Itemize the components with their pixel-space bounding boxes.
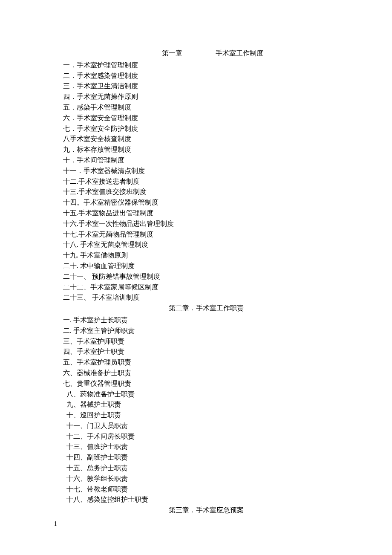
list-item: 十六、教学组长职责: [63, 474, 349, 484]
list-item: 十七.手术室无菌物品管理制度: [63, 229, 349, 240]
list-item: 十八. 手术室无菌桌管理制度: [63, 240, 349, 250]
list-item: 十三.手术室值班交接班制度: [63, 187, 349, 197]
list-item: 二十. 术中输血管理制度: [63, 261, 349, 272]
list-item: 十五、总务护士职责: [63, 463, 349, 474]
list-item: 十六.手术室一次性物品进出管理制度: [63, 219, 349, 229]
list-item: 七．手术室安全防护制度: [63, 124, 349, 134]
chapter-1-name: 手术室工作制度: [216, 49, 263, 57]
chapter-2-name: 第二章．手术室工作职责: [169, 304, 244, 312]
list-item: 十．手术间管理制度: [63, 155, 349, 166]
list-item: 十四、副班护士职责: [63, 452, 349, 463]
list-item: 十七、带教老师职责: [63, 484, 349, 495]
chapter-1-title: 第一章手术室工作制度: [63, 48, 349, 59]
chapter-3-title: 第三章．手术室应急预案: [63, 505, 349, 516]
list-item: 十五.手术室物品进出管理制度: [63, 208, 349, 219]
list-item: 二．手术室感染管理制度: [63, 71, 349, 81]
list-item: 八、药物准备护士职责: [63, 389, 349, 400]
list-item: 十九. 手术室借物原则: [63, 250, 349, 261]
list-item: 二十三、 手术室培训制度: [63, 292, 349, 303]
list-item: 十二、手术间房长职责: [63, 431, 349, 442]
list-item: 六．手术室安全管理制度: [63, 113, 349, 124]
list-item: 十一．手术室器械清点制度: [63, 166, 349, 176]
page-number: 1: [54, 519, 57, 529]
list-item: 六、器械准备护士职责: [63, 368, 349, 379]
list-item: 二十一、 预防差错事故管理制度: [63, 272, 349, 282]
chapter-1-label: 第一章: [162, 49, 182, 57]
list-item: 十八、感染监控组护士职责: [63, 494, 349, 505]
list-item: 十一、门卫人员职责: [63, 421, 349, 431]
list-item: 五．感染手术管理制度: [63, 102, 349, 113]
list-item: 二十二、手术室家属等候区制度: [63, 282, 349, 293]
list-item: 二. 手术室主管护师职责: [63, 326, 349, 336]
list-item: 十三、值班护士职责: [63, 442, 349, 452]
chapter-2-title: 第二章．手术室工作职责: [63, 303, 349, 314]
list-item: 一. 手术室护士长职责: [63, 315, 349, 326]
list-item: 十四。手术室精密仪器保管制度: [63, 197, 349, 208]
list-item: 九．标本存放管理制度: [63, 145, 349, 155]
list-item: 三．手术室卫生清洁制度: [63, 81, 349, 92]
chapter-3-name: 第三章．手术室应急预案: [169, 506, 244, 514]
list-item: 九、器械护士职责: [63, 399, 349, 410]
list-item: 四、手术室护士职责: [63, 347, 349, 357]
list-item: 十、巡回护士职责: [63, 410, 349, 421]
chapter-1-list: 一．手术室护理管理制度 二．手术室感染管理制度 三．手术室卫生清洁制度 四．手术…: [63, 60, 349, 303]
list-item: 一．手术室护理管理制度: [63, 60, 349, 71]
list-item: 十二.手术室接送患者制度: [63, 176, 349, 187]
list-item: 五、手术室护理员职责: [63, 357, 349, 368]
list-item: 三、手术室护师职责: [63, 336, 349, 347]
chapter-2-list: 一. 手术室护士长职责 二. 手术室主管护师职责 三、手术室护师职责 四、手术室…: [63, 315, 349, 505]
list-item: 七、贵重仪器管理职责: [63, 379, 349, 389]
list-item: 八手术室安全核查制度: [63, 134, 349, 145]
list-item: 四．手术室无菌操作原则: [63, 92, 349, 102]
document-content: 第一章手术室工作制度 一．手术室护理管理制度 二．手术室感染管理制度 三．手术室…: [0, 0, 392, 516]
